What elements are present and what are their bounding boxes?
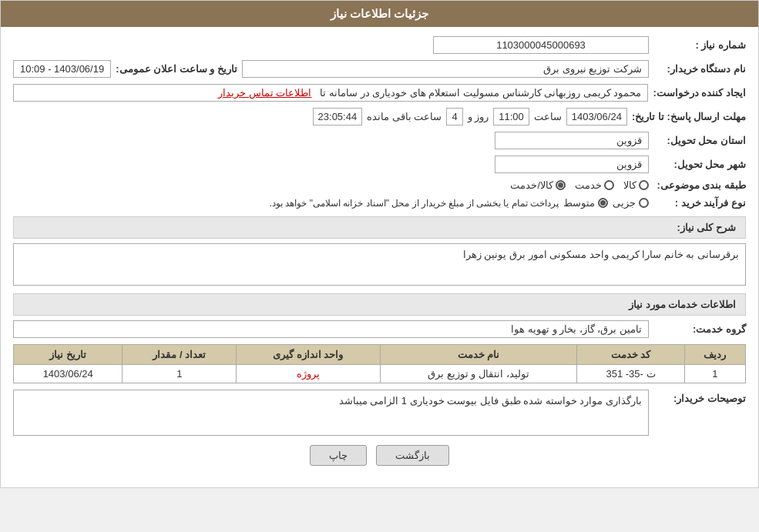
creator-value: محمود کریمی روزبهانی کارشناس مسولیت استع… [13,84,648,102]
send-days-value: 4 [446,108,462,125]
cell-unit: پروژه [237,365,380,383]
col-service-name: نام خدمت [380,345,577,365]
category-goods-item: کالا [623,179,649,191]
creator-label: ایجاد کننده درخواست: [653,87,746,99]
button-row: بازگشت چاپ [13,445,746,478]
category-goods-service-radio[interactable] [556,180,566,190]
send-remaining-value: 23:05:44 [313,108,363,125]
requester-announce-row: نام دستگاه خریدار: شرکت توزیع نیروی برق … [13,60,746,78]
content-area: شماره نیاز : 1103000045000693 نام دستگاه… [1,27,758,487]
creator-text: محمود کریمی روزبهانی کارشناس مسولیت استع… [320,87,641,99]
province-row: استان محل تحویل: قزوین [13,132,746,149]
need-number-label: شماره نیاز : [653,39,746,51]
col-quantity: تعداد / مقدار [123,345,237,365]
purchase-type-row: نوع فرآیند خرید : جزیی متوسط پرداخت تمام… [13,197,746,209]
category-label: طبقه بندی موضوعی: [653,179,746,191]
table-row: 1 ت -35- 351 تولید، انتقال و توزیع برق پ… [14,365,746,383]
send-remaining-label: ساعت باقی مانده [367,111,442,122]
services-section-header: اطلاعات خدمات مورد نیاز [13,293,746,316]
purchase-individual-label: جزیی [613,197,636,209]
province-value: قزوین [495,132,649,149]
province-label: استان محل تحویل: [653,135,746,146]
creator-row: ایجاد کننده درخواست: محمود کریمی روزبهان… [13,84,746,102]
category-service-radio[interactable] [604,180,614,190]
need-desc-label: شرح کلی نیاز: [13,216,746,239]
purchase-note: پرداخت تمام یا بخشی از مبلغ خریدار از مح… [270,198,559,209]
category-row: طبقه بندی موضوعی: کالا خدمت کالا/خدمت [13,179,746,191]
purchase-medium-radio[interactable] [598,198,608,208]
send-date-label: مهلت ارسال پاسخ: تا تاریخ: [632,111,746,122]
table-header: ردیف کد خدمت نام خدمت واحد اندازه گیری ت… [14,345,746,365]
service-group-row: گروه خدمت: تامین برق، گاز، بخار و تهویه … [13,320,746,338]
category-service-label: خدمت [575,179,602,191]
need-desc-value: برقرسانی به خانم سارا کریمی واحد مسکونی … [13,243,746,286]
col-unit: واحد اندازه گیری [237,345,380,365]
creator-link[interactable]: اطلاعات تماس خریدار [218,87,311,99]
cell-date: 1403/06/24 [14,365,123,383]
purchase-type-label: نوع فرآیند خرید : [653,197,746,209]
col-row: ردیف [684,345,745,365]
city-label: شهر محل تحویل: [653,159,746,170]
announce-label: تاریخ و ساعت اعلان عمومی: [116,63,237,75]
purchase-individual-radio[interactable] [639,198,649,208]
need-desc-section: شرح کلی نیاز: برقرسانی به خانم سارا کریم… [13,216,746,286]
services-table: ردیف کد خدمت نام خدمت واحد اندازه گیری ت… [13,344,746,383]
service-group-label: گروه خدمت: [653,323,746,335]
send-time-label: ساعت [534,111,562,122]
back-button[interactable]: بازگشت [376,445,449,466]
need-number-value: 1103000045000693 [433,36,649,54]
send-date-row: مهلت ارسال پاسخ: تا تاریخ: 1403/06/24 سا… [13,108,746,125]
page-container: جزئیات اطلاعات نیاز شماره نیاز : 1103000… [0,0,759,488]
buyer-desc-value: بارگذاری موارد خواسته شده طبق فایل بیوست… [13,390,649,436]
category-radio-group: کالا خدمت کالا/خدمت [510,179,649,191]
need-number-row: شماره نیاز : 1103000045000693 [13,36,746,54]
col-date: تاریخ نیاز [14,345,123,365]
cell-service-name: تولید، انتقال و توزیع برق [380,365,577,383]
category-goods-radio[interactable] [639,180,649,190]
purchase-medium-item: متوسط [563,197,608,209]
requester-org-value: شرکت توزیع نیروی برق [242,60,649,78]
announce-value: 1403/06/19 - 10:09 [13,60,111,78]
cell-service-code: ت -35- 351 [577,365,685,383]
page-header: جزئیات اطلاعات نیاز [1,1,758,27]
cell-row: 1 [684,365,745,383]
need-desc-content: برقرسانی به خانم سارا کریمی واحد مسکونی … [13,243,746,286]
table-header-row: ردیف کد خدمت نام خدمت واحد اندازه گیری ت… [14,345,746,365]
category-goods-label: کالا [623,179,636,191]
send-date-value: 1403/06/24 [566,108,627,125]
city-row: شهر محل تحویل: قزوین [13,156,746,173]
service-group-value: تامین برق، گاز، بخار و تهویه هوا [13,320,649,338]
cell-quantity: 1 [123,365,237,383]
city-value: قزوین [495,156,649,173]
category-service-item: خدمت [575,179,614,191]
table-body: 1 ت -35- 351 تولید، انتقال و توزیع برق پ… [14,365,746,383]
buyer-desc-label: توصیحات خریدار: [653,393,746,404]
purchase-medium-label: متوسط [563,197,595,209]
requester-org-label: نام دستگاه خریدار: [653,63,746,75]
send-days-label: روز و [468,111,489,122]
col-service-code: کد خدمت [577,345,685,365]
purchase-individual-item: جزیی [613,197,649,209]
category-goods-service-item: کالا/خدمت [510,179,566,191]
send-time-value: 11:00 [493,108,529,125]
buyer-desc-section: توصیحات خریدار: بارگذاری موارد خواسته شد… [13,390,746,436]
category-goods-service-label: کالا/خدمت [510,179,553,191]
print-button[interactable]: چاپ [310,445,367,466]
page-title: جزئیات اطلاعات نیاز [331,7,428,20]
